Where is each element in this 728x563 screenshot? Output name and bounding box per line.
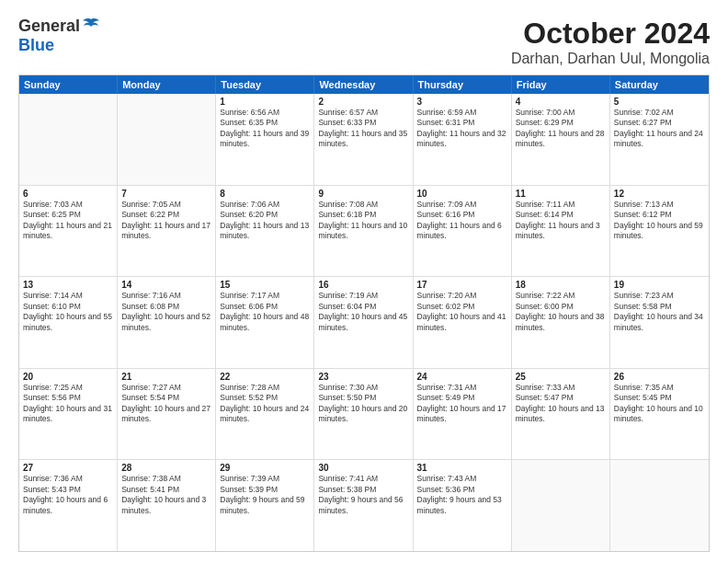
table-row: 13Sunrise: 7:14 AMSunset: 6:10 PMDayligh…: [19, 277, 118, 368]
header: General Blue October 2024 Darhan, Darhan…: [18, 17, 710, 67]
table-row: 2Sunrise: 6:57 AMSunset: 6:33 PMDaylight…: [314, 94, 413, 185]
day-number: 8: [220, 189, 310, 199]
cell-content: Sunrise: 7:16 AMSunset: 6:08 PMDaylight:…: [121, 291, 211, 333]
day-number: 12: [614, 189, 705, 199]
cell-content: Sunrise: 7:00 AMSunset: 6:29 PMDaylight:…: [516, 108, 606, 150]
table-row: 26Sunrise: 7:35 AMSunset: 5:45 PMDayligh…: [610, 369, 709, 460]
day-number: 5: [614, 97, 705, 107]
table-row: 8Sunrise: 7:06 AMSunset: 6:20 PMDaylight…: [216, 186, 314, 277]
cell-content: Sunrise: 7:38 AMSunset: 5:41 PMDaylight:…: [121, 474, 211, 516]
day-number: 13: [23, 280, 113, 290]
table-row: 3Sunrise: 6:59 AMSunset: 6:31 PMDaylight…: [414, 94, 512, 185]
calendar-body: 1Sunrise: 6:56 AMSunset: 6:35 PMDaylight…: [19, 94, 709, 551]
table-row: 19Sunrise: 7:23 AMSunset: 5:58 PMDayligh…: [610, 277, 709, 368]
page-title: October 2024: [511, 17, 710, 51]
day-number: 24: [417, 372, 507, 382]
table-row: 9Sunrise: 7:08 AMSunset: 6:18 PMDaylight…: [314, 186, 413, 277]
table-row: 18Sunrise: 7:22 AMSunset: 6:00 PMDayligh…: [512, 277, 610, 368]
table-row: 21Sunrise: 7:27 AMSunset: 5:54 PMDayligh…: [118, 369, 216, 460]
table-row: 31Sunrise: 7:43 AMSunset: 5:36 PMDayligh…: [414, 460, 512, 551]
cell-content: Sunrise: 6:56 AMSunset: 6:35 PMDaylight:…: [220, 108, 310, 150]
calendar-header: Sunday Monday Tuesday Wednesday Thursday…: [19, 75, 709, 94]
calendar-row-4: 20Sunrise: 7:25 AMSunset: 5:56 PMDayligh…: [19, 368, 709, 460]
table-row: 24Sunrise: 7:31 AMSunset: 5:49 PMDayligh…: [414, 369, 512, 460]
table-row: 1Sunrise: 6:56 AMSunset: 6:35 PMDaylight…: [216, 94, 314, 185]
calendar-row-3: 13Sunrise: 7:14 AMSunset: 6:10 PMDayligh…: [19, 276, 709, 368]
day-number: 23: [318, 372, 408, 382]
cell-content: Sunrise: 7:09 AMSunset: 6:16 PMDaylight:…: [417, 200, 507, 242]
day-number: 15: [220, 280, 310, 290]
table-row: 15Sunrise: 7:17 AMSunset: 6:06 PMDayligh…: [216, 277, 314, 368]
calendar-row-5: 27Sunrise: 7:36 AMSunset: 5:43 PMDayligh…: [19, 459, 709, 551]
table-row: 14Sunrise: 7:16 AMSunset: 6:08 PMDayligh…: [118, 277, 216, 368]
table-row: 27Sunrise: 7:36 AMSunset: 5:43 PMDayligh…: [19, 460, 118, 551]
table-row: 11Sunrise: 7:11 AMSunset: 6:14 PMDayligh…: [512, 186, 610, 277]
cell-content: Sunrise: 7:35 AMSunset: 5:45 PMDaylight:…: [614, 383, 705, 425]
table-row: [512, 460, 610, 551]
day-number: 29: [220, 463, 310, 473]
day-number: 16: [318, 280, 408, 290]
cell-content: Sunrise: 7:17 AMSunset: 6:06 PMDaylight:…: [220, 291, 310, 333]
day-number: 4: [516, 97, 606, 107]
table-row: 25Sunrise: 7:33 AMSunset: 5:47 PMDayligh…: [512, 369, 610, 460]
cell-content: Sunrise: 7:36 AMSunset: 5:43 PMDaylight:…: [23, 474, 113, 516]
cell-content: Sunrise: 7:33 AMSunset: 5:47 PMDaylight:…: [516, 383, 606, 425]
page: General Blue October 2024 Darhan, Darhan…: [0, 0, 728, 563]
cell-content: Sunrise: 7:25 AMSunset: 5:56 PMDaylight:…: [23, 383, 113, 425]
day-number: 11: [516, 189, 606, 199]
cell-content: Sunrise: 7:39 AMSunset: 5:39 PMDaylight:…: [220, 474, 310, 516]
table-row: 20Sunrise: 7:25 AMSunset: 5:56 PMDayligh…: [19, 369, 118, 460]
header-tuesday: Tuesday: [216, 75, 314, 94]
cell-content: Sunrise: 7:11 AMSunset: 6:14 PMDaylight:…: [516, 200, 606, 242]
day-number: 9: [318, 189, 408, 199]
cell-content: Sunrise: 7:43 AMSunset: 5:36 PMDaylight:…: [417, 474, 507, 516]
cell-content: Sunrise: 7:20 AMSunset: 6:02 PMDaylight:…: [417, 291, 507, 333]
table-row: [118, 94, 216, 185]
cell-content: Sunrise: 7:28 AMSunset: 5:52 PMDaylight:…: [220, 383, 310, 425]
day-number: 26: [614, 372, 705, 382]
table-row: 7Sunrise: 7:05 AMSunset: 6:22 PMDaylight…: [118, 186, 216, 277]
calendar-row-1: 1Sunrise: 6:56 AMSunset: 6:35 PMDaylight…: [19, 94, 709, 185]
title-area: October 2024 Darhan, Darhan Uul, Mongoli…: [511, 17, 710, 67]
day-number: 17: [417, 280, 507, 290]
day-number: 7: [121, 189, 211, 199]
day-number: 25: [516, 372, 606, 382]
cell-content: Sunrise: 7:13 AMSunset: 6:12 PMDaylight:…: [614, 200, 705, 242]
calendar: Sunday Monday Tuesday Wednesday Thursday…: [18, 75, 710, 552]
logo-bird-icon: [82, 17, 100, 34]
table-row: 10Sunrise: 7:09 AMSunset: 6:16 PMDayligh…: [414, 186, 512, 277]
cell-content: Sunrise: 7:14 AMSunset: 6:10 PMDaylight:…: [23, 291, 113, 333]
cell-content: Sunrise: 6:57 AMSunset: 6:33 PMDaylight:…: [318, 108, 408, 150]
cell-content: Sunrise: 7:22 AMSunset: 6:00 PMDaylight:…: [516, 291, 606, 333]
cell-content: Sunrise: 7:30 AMSunset: 5:50 PMDaylight:…: [318, 383, 408, 425]
day-number: 21: [121, 372, 211, 382]
day-number: 22: [220, 372, 310, 382]
page-subtitle: Darhan, Darhan Uul, Mongolia: [511, 51, 710, 67]
table-row: [19, 94, 118, 185]
calendar-row-2: 6Sunrise: 7:03 AMSunset: 6:25 PMDaylight…: [19, 185, 709, 277]
day-number: 28: [121, 463, 211, 473]
day-number: 2: [318, 97, 408, 107]
cell-content: Sunrise: 7:31 AMSunset: 5:49 PMDaylight:…: [417, 383, 507, 425]
cell-content: Sunrise: 7:19 AMSunset: 6:04 PMDaylight:…: [318, 291, 408, 333]
cell-content: Sunrise: 7:41 AMSunset: 5:38 PMDaylight:…: [318, 474, 408, 516]
table-row: 12Sunrise: 7:13 AMSunset: 6:12 PMDayligh…: [610, 186, 709, 277]
header-wednesday: Wednesday: [314, 75, 413, 94]
cell-content: Sunrise: 7:05 AMSunset: 6:22 PMDaylight:…: [121, 200, 211, 242]
day-number: 6: [23, 189, 113, 199]
day-number: 10: [417, 189, 507, 199]
cell-content: Sunrise: 7:23 AMSunset: 5:58 PMDaylight:…: [614, 291, 705, 333]
table-row: 5Sunrise: 7:02 AMSunset: 6:27 PMDaylight…: [610, 94, 709, 185]
day-number: 3: [417, 97, 507, 107]
day-number: 14: [121, 280, 211, 290]
day-number: 30: [318, 463, 408, 473]
cell-content: Sunrise: 7:08 AMSunset: 6:18 PMDaylight:…: [318, 200, 408, 242]
header-thursday: Thursday: [414, 75, 512, 94]
table-row: 30Sunrise: 7:41 AMSunset: 5:38 PMDayligh…: [314, 460, 413, 551]
table-row: 29Sunrise: 7:39 AMSunset: 5:39 PMDayligh…: [216, 460, 314, 551]
day-number: 1: [220, 97, 310, 107]
table-row: 16Sunrise: 7:19 AMSunset: 6:04 PMDayligh…: [314, 277, 413, 368]
table-row: 6Sunrise: 7:03 AMSunset: 6:25 PMDaylight…: [19, 186, 118, 277]
logo-general: General: [18, 17, 80, 36]
cell-content: Sunrise: 7:02 AMSunset: 6:27 PMDaylight:…: [614, 108, 705, 150]
